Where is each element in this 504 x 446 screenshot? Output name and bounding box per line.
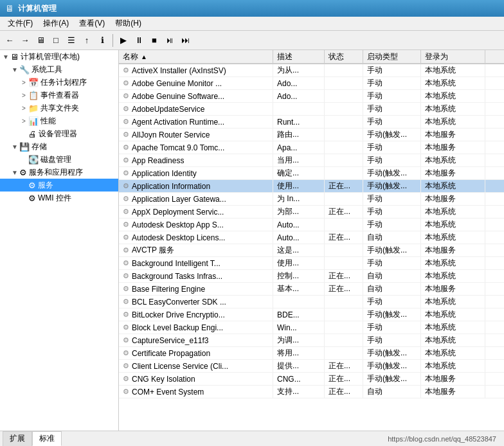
tree-item[interactable]: ▼🖥计算机管理(本地) — [0, 50, 118, 63]
tree-toggle: > — [19, 92, 28, 99]
right-panel: 名称 ▲ 描述 状态 启动类型 登录为 ⚙ActiveX Installer (… — [119, 50, 504, 431]
cell-status: 正在... — [325, 270, 363, 282]
next-toolbar-btn[interactable]: ⏭ — [178, 33, 192, 48]
table-row[interactable]: ⚙Certificate Propagation将用...手动(触发...本地系… — [119, 347, 504, 360]
table-row[interactable]: ⚙AppX Deployment Servic...为部...正在...手动本地… — [119, 206, 504, 219]
table-row[interactable]: ⚙Application Identity确定...手动(触发...本地服务 — [119, 167, 504, 180]
cell-login: 本地系统 — [421, 347, 485, 359]
cell-startup: 手动 — [363, 296, 421, 308]
cell-status — [325, 77, 363, 89]
table-row[interactable]: ⚙Autodesk Desktop App S...Auto...手动本地系统 — [119, 219, 504, 231]
table-row[interactable]: ⚙Apache Tomcat 9.0 Tomc...Apa...手动本地服务 — [119, 141, 504, 154]
service-icon: ⚙ — [123, 272, 129, 280]
status-tab[interactable]: 标准 — [32, 431, 62, 446]
cell-startup: 自动 — [363, 231, 421, 244]
menu-item[interactable]: 帮助(H) — [110, 17, 147, 30]
title-bar-text: 计算机管理 — [18, 3, 57, 14]
col-header-login[interactable]: 登录为 — [421, 50, 485, 63]
pause1-toolbar-btn[interactable]: ⏸ — [132, 33, 146, 48]
status-tab[interactable]: 扩展 — [3, 431, 32, 446]
service-icon: ⚙ — [123, 79, 129, 87]
tree-item[interactable]: ▼💾存储 — [0, 140, 118, 153]
cell-login: 本地服务 — [421, 129, 485, 141]
cell-login: 本地服务 — [421, 167, 485, 179]
computer-toolbar-btn[interactable]: 🖥 — [33, 33, 48, 48]
menu-item[interactable]: 文件(F) — [3, 17, 38, 30]
back-toolbar-btn[interactable]: ← — [3, 33, 17, 48]
tree-icon: 📊 — [28, 116, 39, 126]
cell-startup: 手动(触发... — [363, 308, 421, 321]
table-row[interactable]: ⚙CaptureService_e11f3为调...手动本地系统 — [119, 334, 504, 347]
cell-desc — [273, 103, 325, 115]
table-row[interactable]: ⚙Autodesk Desktop Licens...Auto...正在...自… — [119, 231, 504, 244]
status-tabs: 扩展标准 — [3, 431, 62, 446]
table-row[interactable]: ⚙App Readiness当用...手动本地系统 — [119, 154, 504, 167]
tree-item[interactable]: ▼🔧系统工具 — [0, 63, 118, 76]
cell-status — [325, 167, 363, 179]
tree-icon: 🖨 — [28, 129, 37, 139]
list-toolbar-btn[interactable]: ☰ — [64, 33, 78, 48]
table-row[interactable]: ⚙AVCTP 服务这是...手动(触发...本地服务 — [119, 244, 504, 257]
tree-item[interactable]: 💽磁盘管理 — [0, 153, 118, 166]
table-row[interactable]: ⚙BitLocker Drive Encryptio...BDE...手动(触发… — [119, 308, 504, 321]
cell-status: 正在... — [325, 283, 363, 295]
table-row[interactable]: ⚙Base Filtering Engine基本...正在...自动本地服务 — [119, 283, 504, 296]
tree-item[interactable]: >📁共享文件夹 — [0, 102, 118, 114]
pause2-toolbar-btn[interactable]: ⏯ — [163, 33, 177, 48]
cell-name: ⚙Background Intelligent T... — [119, 257, 273, 269]
table-row[interactable]: ⚙CNG Key IsolationCNG...正在...手动(触发...本地服… — [119, 373, 504, 386]
cell-desc: 为 In... — [273, 193, 325, 205]
tree-item[interactable]: ⚙服务 — [0, 179, 118, 192]
menu-item[interactable]: 查看(V) — [74, 17, 110, 30]
col-header-desc[interactable]: 描述 — [273, 50, 325, 63]
tree-item[interactable]: >📋事件查看器 — [0, 89, 118, 102]
cell-startup: 手动 — [363, 219, 421, 231]
tree-item[interactable]: ⚙WMI 控件 — [0, 192, 118, 204]
table-body[interactable]: ⚙ActiveX Installer (AxInstSV)为从...手动本地系统… — [119, 64, 504, 431]
table-row[interactable]: ⚙Application Information使用...正在...手动(触发.… — [119, 180, 504, 193]
window1-toolbar-btn[interactable]: □ — [49, 33, 63, 48]
menu-item[interactable]: 操作(A) — [38, 17, 74, 30]
col-header-status[interactable]: 状态 — [325, 50, 363, 63]
tree-item[interactable]: 🖨设备管理器 — [0, 127, 118, 140]
cell-login: 本地系统 — [421, 116, 485, 128]
info-toolbar-btn[interactable]: ℹ — [95, 33, 109, 48]
table-row[interactable]: ⚙Adobe Genuine Software...Ado...手动本地系统 — [119, 90, 504, 103]
service-icon: ⚙ — [123, 143, 129, 152]
col-header-startup[interactable]: 启动类型 — [363, 50, 421, 63]
service-icon: ⚙ — [123, 310, 129, 319]
forward-toolbar-btn[interactable]: → — [18, 33, 32, 48]
table-row[interactable]: ⚙Adobe Genuine Monitor ...Ado...手动本地系统 — [119, 77, 504, 90]
stop-toolbar-btn[interactable]: ■ — [147, 33, 161, 48]
table-row[interactable]: ⚙Background Intelligent T...使用...手动本地系统 — [119, 257, 504, 270]
cell-login: 本地系统 — [421, 296, 485, 308]
tree-item[interactable]: >📊性能 — [0, 114, 118, 127]
table-row[interactable]: ⚙COM+ Event System支持...正在...自动本地服务 — [119, 386, 504, 398]
cell-status — [325, 141, 363, 154]
cell-name: ⚙Apache Tomcat 9.0 Tomc... — [119, 141, 273, 154]
table-row[interactable]: ⚙AdobeUpdateService手动本地系统 — [119, 103, 504, 116]
table-row[interactable]: ⚙BCL EasyConverter SDK ...手动本地系统 — [119, 296, 504, 308]
table-row[interactable]: ⚙Application Layer Gatewa...为 In...手动本地服… — [119, 193, 504, 206]
cell-desc: CNG... — [273, 373, 325, 385]
tree-item[interactable]: ▼⚙服务和应用程序 — [0, 166, 118, 179]
up-toolbar-btn[interactable]: ↑ — [80, 33, 94, 48]
play-toolbar-btn[interactable]: ▶ — [116, 33, 130, 48]
cell-desc: 这是... — [273, 244, 325, 256]
status-bar: 扩展标准 https://blog.csdn.net/qq_48523847 — [0, 431, 504, 446]
col-header-name[interactable]: 名称 ▲ — [119, 50, 273, 63]
cell-name: ⚙CNG Key Isolation — [119, 373, 273, 385]
table-row[interactable]: ⚙Agent Activation Runtime...Runt...手动本地系… — [119, 116, 504, 129]
tree-icon: 📁 — [28, 103, 39, 113]
table-row[interactable]: ⚙Background Tasks Infras...控制...正在...自动本… — [119, 270, 504, 283]
table-row[interactable]: ⚙Client License Service (Cli...提供...正在..… — [119, 360, 504, 373]
cell-login: 本地系统 — [421, 360, 485, 372]
cell-login: 本地系统 — [421, 219, 485, 231]
table-row[interactable]: ⚙ActiveX Installer (AxInstSV)为从...手动本地系统 — [119, 64, 504, 77]
table-row[interactable]: ⚙Block Level Backup Engi...Win...手动本地系统 — [119, 321, 504, 334]
toolbar-separator — [113, 34, 113, 47]
tree-item[interactable]: >📅任务计划程序 — [0, 76, 118, 89]
table-row[interactable]: ⚙AllJoyn Router Service路由...手动(触发...本地服务 — [119, 129, 504, 141]
service-icon: ⚙ — [123, 169, 129, 177]
tree-label: 系统工具 — [32, 64, 62, 75]
